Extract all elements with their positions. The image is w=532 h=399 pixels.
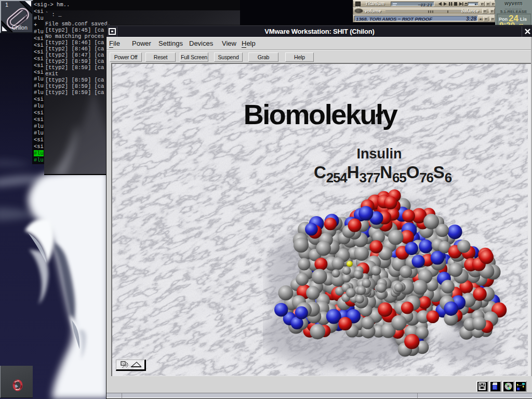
svg-text:1: 1 (5, 2, 8, 8)
svg-text:Chilon: Chilon (12, 24, 28, 31)
